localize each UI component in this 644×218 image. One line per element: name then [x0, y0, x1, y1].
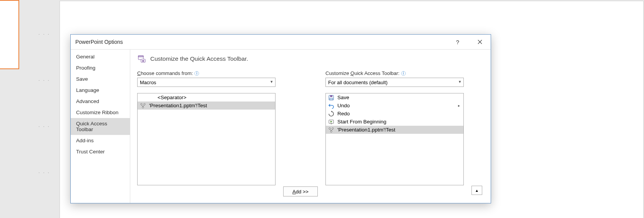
- list-item-label: <Separator>: [158, 95, 273, 100]
- qat-icon: [137, 54, 146, 63]
- add-button[interactable]: Add >>: [283, 186, 318, 196]
- content-heading: Customize the Quick Access Toolbar.: [150, 55, 248, 62]
- list-item-label: Redo: [337, 111, 461, 116]
- list-item[interactable]: 'Presentation1.pptm'!Test: [138, 102, 275, 110]
- svg-point-13: [332, 128, 334, 129]
- nav-item-language[interactable]: Language: [71, 85, 130, 96]
- macro-icon: [140, 103, 146, 109]
- list-item[interactable]: Undo▸: [326, 102, 463, 110]
- svg-point-4: [141, 103, 142, 105]
- options-nav: GeneralProofingSaveLanguageAdvancedCusto…: [71, 50, 130, 203]
- list-item-label: 'Presentation1.pptm'!Test: [337, 127, 461, 133]
- columns: Choose commands from: i Macros <Separato…: [137, 70, 484, 201]
- list-item[interactable]: Start From Beginning: [326, 118, 463, 126]
- reorder-buttons: ▲: [470, 70, 484, 201]
- content-pane: Customize the Quick Access Toolbar. Choo…: [130, 50, 491, 203]
- choose-commands-label: Choose commands from: i: [137, 70, 276, 76]
- svg-rect-1: [138, 56, 143, 57]
- nav-item-general[interactable]: General: [71, 51, 130, 62]
- options-dialog: PowerPoint Options ? GeneralProofingSave…: [70, 34, 491, 203]
- svg-point-6: [142, 107, 144, 108]
- choose-commands-value: Macros: [140, 80, 156, 85]
- close-icon: [478, 40, 482, 44]
- list-item[interactable]: <Separator>: [138, 93, 275, 102]
- list-item[interactable]: 'Presentation1.pptm'!Test: [326, 126, 463, 134]
- qat-column: Customize Quick Access Toolbar: i For al…: [325, 70, 464, 185]
- svg-point-14: [330, 131, 332, 132]
- nav-item-proofing[interactable]: Proofing: [71, 62, 130, 73]
- svg-rect-11: [331, 123, 332, 124]
- titlebar-controls: ?: [450, 36, 488, 48]
- dialog-titlebar: PowerPoint Options ?: [71, 35, 491, 49]
- slide-thumbnail[interactable]: [0, 0, 19, 69]
- macro-icon: [328, 127, 334, 133]
- choose-commands-dropdown[interactable]: Macros: [137, 78, 276, 87]
- dialog-body: GeneralProofingSaveLanguageAdvancedCusto…: [71, 49, 491, 203]
- svg-rect-8: [330, 95, 332, 97]
- svg-point-12: [329, 128, 330, 129]
- svg-rect-9: [330, 98, 333, 100]
- info-icon[interactable]: i: [194, 71, 199, 76]
- qat-listbox[interactable]: SaveUndo▸RedoStart From Beginning'Presen…: [325, 93, 464, 185]
- vertical-ruler: . . . . . . . . . . . .: [30, 0, 59, 215]
- customize-qat-dropdown[interactable]: For all documents (default): [325, 78, 464, 87]
- help-button[interactable]: ?: [450, 36, 465, 48]
- svg-rect-3: [142, 60, 144, 62]
- transfer-buttons: Add >>: [282, 70, 319, 201]
- list-item[interactable]: Save: [326, 93, 463, 102]
- info-icon[interactable]: i: [401, 71, 406, 76]
- customize-qat-label: Customize Quick Access Toolbar: i: [325, 70, 464, 76]
- list-item-label: Undo: [337, 103, 453, 108]
- nav-item-customize-ribbon[interactable]: Customize Ribbon: [71, 107, 130, 118]
- dialog-title: PowerPoint Options: [75, 39, 123, 45]
- move-up-button[interactable]: ▲: [471, 186, 482, 195]
- submenu-indicator-icon: ▸: [456, 103, 461, 108]
- nav-item-save[interactable]: Save: [71, 73, 130, 85]
- close-button[interactable]: [472, 36, 488, 48]
- content-header: Customize the Quick Access Toolbar.: [137, 54, 484, 63]
- undo-icon: [328, 103, 334, 109]
- list-item-label: Save: [337, 95, 461, 100]
- nav-item-quick-access-toolbar[interactable]: Quick Access Toolbar: [71, 118, 130, 135]
- list-item-label: 'Presentation1.pptm'!Test: [149, 103, 273, 108]
- nav-item-add-ins[interactable]: Add-ins: [71, 135, 130, 146]
- svg-point-5: [144, 103, 145, 105]
- save-icon: [328, 95, 334, 101]
- separator-icon: [148, 95, 154, 101]
- commands-listbox[interactable]: <Separator>'Presentation1.pptm'!Test: [137, 93, 276, 185]
- redo-icon: [328, 111, 334, 117]
- customize-qat-value: For all documents (default): [328, 80, 388, 85]
- list-item[interactable]: Redo: [326, 110, 463, 118]
- nav-item-advanced[interactable]: Advanced: [71, 96, 130, 107]
- list-item-label: Start From Beginning: [337, 119, 461, 125]
- commands-column: Choose commands from: i Macros <Separato…: [137, 70, 276, 185]
- nav-item-trust-center[interactable]: Trust Center: [71, 146, 130, 157]
- slideshow-icon: [328, 119, 334, 125]
